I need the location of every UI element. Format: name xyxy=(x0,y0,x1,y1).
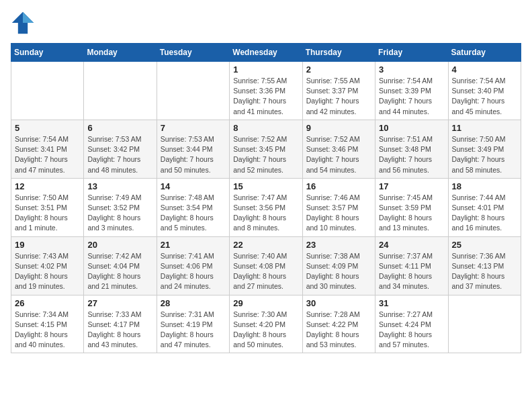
calendar-header-tuesday: Tuesday xyxy=(157,44,229,62)
day-number: 4 xyxy=(452,64,517,75)
calendar-cell: 31Sunrise: 7:27 AM Sunset: 4:24 PM Dayli… xyxy=(375,295,448,353)
calendar-cell xyxy=(84,62,157,120)
calendar-cell: 25Sunrise: 7:36 AM Sunset: 4:13 PM Dayli… xyxy=(448,236,521,295)
day-info: Sunrise: 7:52 AM Sunset: 3:45 PM Dayligh… xyxy=(233,134,298,175)
day-info: Sunrise: 7:28 AM Sunset: 4:22 PM Dayligh… xyxy=(306,310,371,351)
day-number: 27 xyxy=(87,298,152,308)
day-number: 22 xyxy=(233,240,298,250)
day-info: Sunrise: 7:37 AM Sunset: 4:11 PM Dayligh… xyxy=(379,251,444,292)
calendar-cell: 10Sunrise: 7:51 AM Sunset: 3:48 PM Dayli… xyxy=(375,120,448,178)
day-number: 13 xyxy=(87,181,152,191)
day-info: Sunrise: 7:54 AM Sunset: 3:39 PM Dayligh… xyxy=(379,76,444,117)
day-info: Sunrise: 7:42 AM Sunset: 4:04 PM Dayligh… xyxy=(87,251,152,292)
calendar-cell: 28Sunrise: 7:31 AM Sunset: 4:19 PM Dayli… xyxy=(157,295,229,353)
day-info: Sunrise: 7:31 AM Sunset: 4:19 PM Dayligh… xyxy=(161,310,226,351)
calendar-cell: 2Sunrise: 7:55 AM Sunset: 3:37 PM Daylig… xyxy=(302,62,375,120)
calendar-cell: 9Sunrise: 7:52 AM Sunset: 3:46 PM Daylig… xyxy=(302,120,375,178)
day-info: Sunrise: 7:48 AM Sunset: 3:54 PM Dayligh… xyxy=(161,193,226,234)
calendar-cell: 22Sunrise: 7:40 AM Sunset: 4:08 PM Dayli… xyxy=(230,236,302,295)
day-info: Sunrise: 7:55 AM Sunset: 3:37 PM Dayligh… xyxy=(306,76,371,117)
day-info: Sunrise: 7:38 AM Sunset: 4:09 PM Dayligh… xyxy=(306,251,371,292)
day-info: Sunrise: 7:53 AM Sunset: 3:42 PM Dayligh… xyxy=(87,134,152,175)
day-info: Sunrise: 7:33 AM Sunset: 4:17 PM Dayligh… xyxy=(87,310,152,351)
day-number: 31 xyxy=(379,298,444,308)
calendar-cell: 6Sunrise: 7:53 AM Sunset: 3:42 PM Daylig… xyxy=(84,120,157,178)
day-info: Sunrise: 7:50 AM Sunset: 3:51 PM Dayligh… xyxy=(15,193,80,234)
calendar-cell: 16Sunrise: 7:46 AM Sunset: 3:57 PM Dayli… xyxy=(302,178,375,236)
day-number: 5 xyxy=(15,123,80,133)
calendar-header-thursday: Thursday xyxy=(302,44,375,62)
calendar-cell: 14Sunrise: 7:48 AM Sunset: 3:54 PM Dayli… xyxy=(157,178,229,236)
day-info: Sunrise: 7:51 AM Sunset: 3:48 PM Dayligh… xyxy=(379,134,444,175)
day-number: 23 xyxy=(306,240,371,250)
day-info: Sunrise: 7:54 AM Sunset: 3:41 PM Dayligh… xyxy=(15,134,80,175)
logo xyxy=(11,11,38,35)
calendar-cell: 7Sunrise: 7:53 AM Sunset: 3:44 PM Daylig… xyxy=(157,120,229,178)
day-number: 15 xyxy=(233,181,298,191)
day-info: Sunrise: 7:27 AM Sunset: 4:24 PM Dayligh… xyxy=(379,310,444,351)
calendar-cell: 27Sunrise: 7:33 AM Sunset: 4:17 PM Dayli… xyxy=(84,295,157,353)
day-number: 17 xyxy=(379,181,444,191)
calendar-cell: 15Sunrise: 7:47 AM Sunset: 3:56 PM Dayli… xyxy=(230,178,302,236)
day-info: Sunrise: 7:46 AM Sunset: 3:57 PM Dayligh… xyxy=(306,193,371,234)
page-header xyxy=(11,11,521,35)
calendar-header-saturday: Saturday xyxy=(448,44,521,62)
day-info: Sunrise: 7:36 AM Sunset: 4:13 PM Dayligh… xyxy=(452,251,517,292)
day-number: 30 xyxy=(306,298,371,308)
calendar-cell: 11Sunrise: 7:50 AM Sunset: 3:49 PM Dayli… xyxy=(448,120,521,178)
day-info: Sunrise: 7:52 AM Sunset: 3:46 PM Dayligh… xyxy=(306,134,371,175)
calendar-cell: 3Sunrise: 7:54 AM Sunset: 3:39 PM Daylig… xyxy=(375,62,448,120)
calendar-cell: 13Sunrise: 7:49 AM Sunset: 3:52 PM Dayli… xyxy=(84,178,157,236)
calendar-cell: 12Sunrise: 7:50 AM Sunset: 3:51 PM Dayli… xyxy=(11,178,84,236)
day-number: 21 xyxy=(161,240,226,250)
calendar-cell: 8Sunrise: 7:52 AM Sunset: 3:45 PM Daylig… xyxy=(230,120,302,178)
day-number: 16 xyxy=(306,181,371,191)
day-info: Sunrise: 7:49 AM Sunset: 3:52 PM Dayligh… xyxy=(87,193,152,234)
day-number: 1 xyxy=(233,64,298,75)
logo-icon xyxy=(11,11,35,35)
calendar-cell: 24Sunrise: 7:37 AM Sunset: 4:11 PM Dayli… xyxy=(375,236,448,295)
calendar-cell: 23Sunrise: 7:38 AM Sunset: 4:09 PM Dayli… xyxy=(302,236,375,295)
day-number: 18 xyxy=(452,181,517,191)
calendar-cell: 19Sunrise: 7:43 AM Sunset: 4:02 PM Dayli… xyxy=(11,236,84,295)
day-number: 24 xyxy=(379,240,444,250)
calendar-header-row: SundayMondayTuesdayWednesdayThursdayFrid… xyxy=(11,44,521,62)
calendar-cell: 21Sunrise: 7:41 AM Sunset: 4:06 PM Dayli… xyxy=(157,236,229,295)
day-info: Sunrise: 7:54 AM Sunset: 3:40 PM Dayligh… xyxy=(452,76,517,117)
calendar-cell: 29Sunrise: 7:30 AM Sunset: 4:20 PM Dayli… xyxy=(230,295,302,353)
day-number: 3 xyxy=(379,64,444,75)
calendar-cell xyxy=(11,62,84,120)
day-info: Sunrise: 7:53 AM Sunset: 3:44 PM Dayligh… xyxy=(161,134,226,175)
day-number: 25 xyxy=(452,240,517,250)
calendar-header-sunday: Sunday xyxy=(11,44,84,62)
day-info: Sunrise: 7:45 AM Sunset: 3:59 PM Dayligh… xyxy=(379,193,444,234)
day-number: 8 xyxy=(233,123,298,133)
calendar-week-row: 1Sunrise: 7:55 AM Sunset: 3:36 PM Daylig… xyxy=(11,62,521,120)
day-number: 6 xyxy=(87,123,152,133)
calendar-cell xyxy=(157,62,229,120)
calendar-cell: 1Sunrise: 7:55 AM Sunset: 3:36 PM Daylig… xyxy=(230,62,302,120)
calendar-cell: 30Sunrise: 7:28 AM Sunset: 4:22 PM Dayli… xyxy=(302,295,375,353)
calendar-cell: 18Sunrise: 7:44 AM Sunset: 4:01 PM Dayli… xyxy=(448,178,521,236)
day-info: Sunrise: 7:34 AM Sunset: 4:15 PM Dayligh… xyxy=(15,310,80,351)
day-info: Sunrise: 7:44 AM Sunset: 4:01 PM Dayligh… xyxy=(452,193,517,234)
day-info: Sunrise: 7:55 AM Sunset: 3:36 PM Dayligh… xyxy=(233,76,298,117)
day-number: 20 xyxy=(87,240,152,250)
calendar-header-wednesday: Wednesday xyxy=(230,44,302,62)
day-number: 19 xyxy=(15,240,80,250)
calendar-cell: 4Sunrise: 7:54 AM Sunset: 3:40 PM Daylig… xyxy=(448,62,521,120)
svg-marker-1 xyxy=(23,12,34,23)
calendar-week-row: 26Sunrise: 7:34 AM Sunset: 4:15 PM Dayli… xyxy=(11,295,521,353)
day-info: Sunrise: 7:41 AM Sunset: 4:06 PM Dayligh… xyxy=(161,251,226,292)
day-number: 11 xyxy=(452,123,517,133)
day-number: 2 xyxy=(306,64,371,75)
calendar-cell: 26Sunrise: 7:34 AM Sunset: 4:15 PM Dayli… xyxy=(11,295,84,353)
day-info: Sunrise: 7:50 AM Sunset: 3:49 PM Dayligh… xyxy=(452,134,517,175)
calendar-cell: 17Sunrise: 7:45 AM Sunset: 3:59 PM Dayli… xyxy=(375,178,448,236)
day-info: Sunrise: 7:43 AM Sunset: 4:02 PM Dayligh… xyxy=(15,251,80,292)
day-number: 10 xyxy=(379,123,444,133)
day-info: Sunrise: 7:40 AM Sunset: 4:08 PM Dayligh… xyxy=(233,251,298,292)
day-info: Sunrise: 7:47 AM Sunset: 3:56 PM Dayligh… xyxy=(233,193,298,234)
calendar-header-monday: Monday xyxy=(84,44,157,62)
calendar-cell: 5Sunrise: 7:54 AM Sunset: 3:41 PM Daylig… xyxy=(11,120,84,178)
